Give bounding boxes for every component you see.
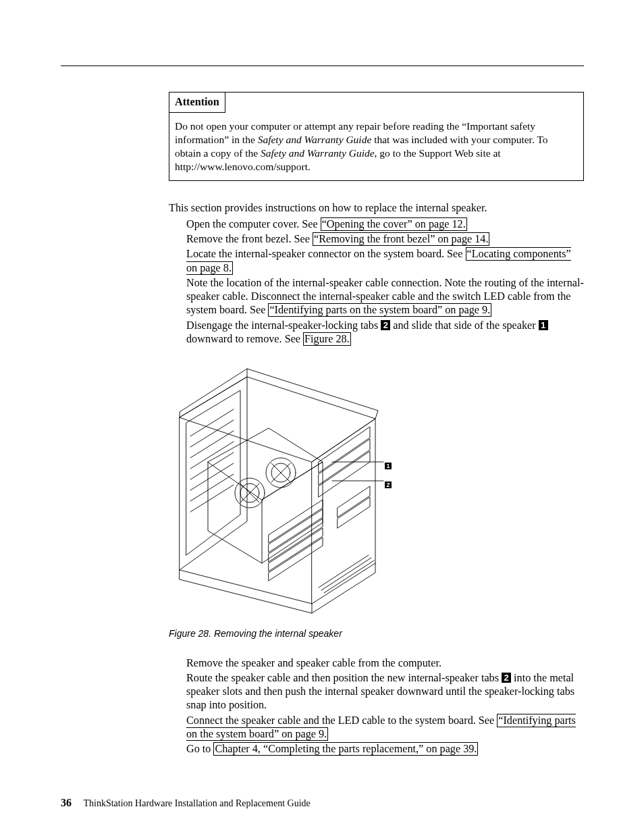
- step-text: Remove the speaker and speaker cable fro…: [186, 657, 441, 669]
- step-4: Note the location of the internal-speake…: [186, 276, 584, 317]
- xref-link[interactable]: Figure 28.: [303, 332, 351, 346]
- callout-number: 1: [539, 320, 548, 330]
- step-8: Connect the speaker cable and the LED ca…: [186, 714, 584, 741]
- step-5: Disengage the internal-speaker-locking t…: [186, 319, 584, 346]
- page-footer: 36 ThinkStation Hardware Installation an…: [61, 796, 311, 810]
- step-text: Route the speaker cable and then positio…: [186, 672, 502, 684]
- attention-guide-title-2: Safety and Warranty Guide: [261, 147, 375, 159]
- attention-title: Attention: [169, 93, 225, 113]
- steps-list-b: Remove the speaker and speaker cable fro…: [169, 656, 584, 756]
- page: Attention Do not open your computer or a…: [0, 0, 644, 834]
- xref-link[interactable]: “Removing the front bezel” on page 14.: [313, 232, 489, 246]
- computer-tower-illustration-svg: [167, 361, 401, 619]
- step-text: Connect the speaker cable and the LED ca…: [186, 714, 497, 727]
- step-text: downward to remove. See: [186, 333, 303, 345]
- attention-guide-title-1: Safety and Warranty Guide: [258, 134, 372, 145]
- xref-link[interactable]: “Identifying parts on the system board” …: [268, 303, 491, 317]
- intro-paragraph: This section provides instructions on ho…: [169, 201, 584, 215]
- step-text: Remove the front bezel. See: [186, 233, 313, 245]
- figure-callout-2: 2: [385, 477, 392, 490]
- page-number: 36: [61, 797, 72, 808]
- step-2: Remove the front bezel. See “Removing th…: [186, 232, 584, 246]
- figure-caption: Figure 28. Removing the internal speaker: [169, 628, 584, 640]
- xref-link[interactable]: “Opening the cover” on page 12.: [321, 217, 467, 231]
- callout-number: 2: [385, 481, 392, 488]
- callout-number: 2: [502, 673, 511, 683]
- step-3: Locate the internal-speaker connector on…: [186, 247, 584, 275]
- step-text: Disengage the internal-speaker-locking t…: [186, 319, 381, 332]
- step-text: Open the computer cover. See: [186, 218, 321, 230]
- figure-illustration: 1 2: [167, 361, 401, 619]
- attention-body: Do not open your computer or attempt any…: [169, 113, 583, 180]
- callout-number: 2: [381, 320, 390, 330]
- xref-link[interactable]: Chapter 4, “Completing the parts replace…: [213, 742, 478, 756]
- book-title: ThinkStation Hardware Installation and R…: [84, 798, 311, 808]
- figure-callout-1: 1: [385, 458, 392, 471]
- step-6: Remove the speaker and speaker cable fro…: [186, 656, 584, 670]
- header-rule: [61, 66, 584, 66]
- step-text: and slide that side of the speaker: [393, 319, 538, 332]
- step-9: Go to Chapter 4, “Completing the parts r…: [186, 742, 584, 756]
- steps-list-a: Open the computer cover. See “Opening th…: [169, 217, 584, 346]
- step-text: Locate the internal-speaker connector on…: [186, 248, 466, 260]
- attention-box: Attention Do not open your computer or a…: [169, 92, 584, 181]
- figure-area: 1 2 Figure 28. Removing the internal spe…: [169, 361, 584, 640]
- callout-number: 1: [385, 463, 392, 469]
- step-7: Route the speaker cable and then positio…: [186, 671, 584, 712]
- content-area: Attention Do not open your computer or a…: [169, 92, 584, 757]
- step-text: Go to: [186, 743, 213, 755]
- step-1: Open the computer cover. See “Opening th…: [186, 217, 584, 231]
